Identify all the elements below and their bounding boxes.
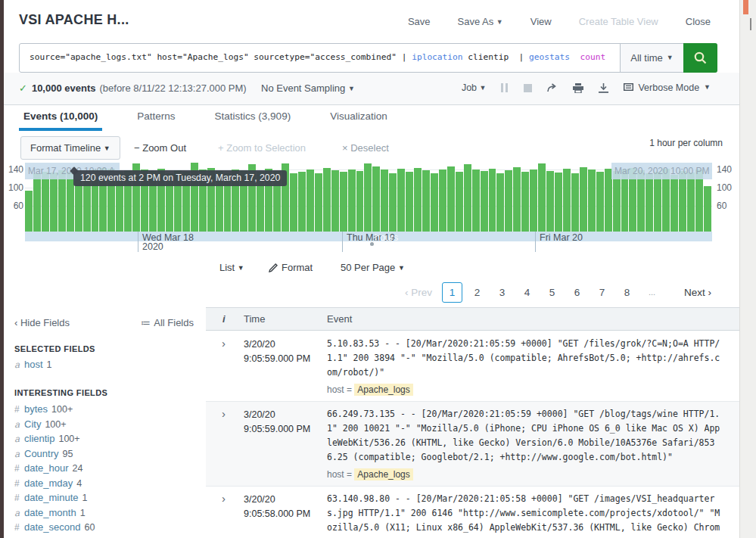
field-date_second[interactable]: #date_second60: [14, 521, 95, 536]
timeline-bar[interactable]: [496, 173, 504, 232]
page-button[interactable]: 8: [614, 287, 639, 298]
timeline-bar[interactable]: [397, 169, 405, 232]
timeline-bar[interactable]: [687, 173, 695, 232]
search-mode-dropdown[interactable]: Verbose Mode ▼: [624, 82, 711, 93]
timeline-bar[interactable]: [580, 167, 587, 232]
field-clientip[interactable]: aclientip100+: [14, 433, 80, 447]
timeline-bar[interactable]: [472, 169, 480, 232]
stop-button[interactable]: [524, 84, 532, 92]
hide-fields-button[interactable]: ‹ Hide Fields: [14, 317, 70, 328]
timeline-bar[interactable]: [456, 172, 463, 232]
scrollbar-thumb[interactable]: [750, 18, 751, 30]
page-button-current[interactable]: 1: [442, 282, 462, 303]
timeline-bar[interactable]: [372, 166, 380, 232]
format-results-button[interactable]: Format: [269, 262, 313, 273]
timeline-bar[interactable]: [654, 172, 661, 232]
expand-event-chevron[interactable]: ›: [222, 337, 226, 350]
page-button[interactable]: 4: [515, 287, 540, 298]
create-table-view-button[interactable]: Create Table View: [579, 16, 658, 27]
field-date_month[interactable]: adate_month1: [14, 507, 86, 521]
timeline-bar[interactable]: [613, 171, 621, 232]
field-host[interactable]: ahost1: [14, 359, 52, 373]
timeline-bar[interactable]: [431, 173, 438, 232]
deselect-button[interactable]: × Deselect: [342, 142, 389, 154]
timeline-bar[interactable]: [555, 173, 562, 232]
timeline-bar[interactable]: [348, 169, 356, 232]
field-name[interactable]: date_month: [24, 507, 76, 518]
page-button[interactable]: 5: [540, 287, 565, 298]
timeline-bar[interactable]: [298, 172, 306, 232]
field-name[interactable]: City: [24, 418, 41, 430]
field-Country[interactable]: aCountry95: [14, 448, 73, 462]
search-button[interactable]: [683, 43, 717, 73]
timeline-bar[interactable]: [42, 172, 49, 232]
timeline-bar[interactable]: [596, 172, 604, 232]
prev-page-button[interactable]: ‹ Prev: [397, 287, 440, 298]
timeline-bar[interactable]: [481, 171, 488, 232]
timeline-bar[interactable]: [340, 172, 347, 232]
timeline-resize-handle[interactable]: [370, 242, 374, 246]
timeline-bar[interactable]: [670, 175, 678, 232]
zoom-to-selection-button[interactable]: + Zoom to Selection: [218, 142, 306, 154]
field-name[interactable]: date_minute: [24, 492, 79, 503]
timeline-bar[interactable]: [439, 169, 446, 232]
timeline-bar[interactable]: [50, 173, 58, 232]
per-page-dropdown[interactable]: 50 Per Page ▼: [341, 262, 405, 273]
field-name[interactable]: host: [24, 359, 43, 370]
time-range-picker[interactable]: All time▼: [620, 44, 683, 72]
tab-patterns[interactable]: Patterns: [132, 106, 179, 129]
page-button[interactable]: 3: [490, 287, 515, 298]
page-button[interactable]: 7: [590, 287, 614, 298]
timeline-bar[interactable]: [414, 168, 422, 232]
view-button[interactable]: View: [530, 16, 552, 27]
tab-statistics[interactable]: Statistics (3,909): [210, 106, 296, 129]
timeline-bar[interactable]: [33, 173, 41, 232]
events-timeline-chart[interactable]: 1401401001006060Wed Mar 182020Thu Mar 19…: [4, 163, 739, 253]
close-button[interactable]: Close: [686, 16, 711, 27]
timeline-bar[interactable]: [306, 169, 314, 232]
field-name[interactable]: date_hour: [24, 462, 69, 474]
timeline-bar[interactable]: [290, 173, 297, 232]
timeline-bar[interactable]: [406, 172, 413, 232]
timeline-bar[interactable]: [513, 167, 521, 232]
print-button[interactable]: [573, 83, 583, 93]
tab-visualization[interactable]: Visualization: [325, 106, 392, 129]
field-date_mday[interactable]: #date_mday4: [14, 477, 82, 492]
field-date_minute[interactable]: #date_minute1: [14, 492, 88, 506]
page-button[interactable]: 2: [465, 287, 490, 298]
timeline-bar[interactable]: [381, 169, 388, 232]
field-name[interactable]: date_second: [24, 521, 80, 533]
share-button[interactable]: [547, 83, 558, 92]
host-field-value[interactable]: Apache_logs: [354, 468, 412, 480]
save-button[interactable]: Save: [408, 16, 431, 27]
timeline-bar[interactable]: [489, 169, 496, 232]
field-name[interactable]: date_mday: [24, 477, 73, 489]
next-page-button[interactable]: Next ›: [664, 287, 711, 298]
timeline-bar[interactable]: [315, 173, 322, 232]
page-button[interactable]: 6: [565, 287, 590, 298]
field-name[interactable]: Country: [24, 448, 59, 459]
timeline-bar[interactable]: [521, 172, 529, 232]
search-input[interactable]: source="apache_logs.txt" host="Apache_lo…: [20, 44, 620, 72]
timeline-bar[interactable]: [331, 170, 339, 232]
timeline-bar[interactable]: [546, 171, 554, 232]
timeline-bar[interactable]: [389, 173, 397, 232]
field-City[interactable]: aCity100+: [14, 418, 67, 433]
timeline-bar[interactable]: [25, 191, 33, 232]
timeline-bar[interactable]: [505, 170, 512, 232]
timeline-bar[interactable]: [447, 166, 455, 232]
format-timeline-dropdown[interactable]: Format Timeline ▼: [20, 136, 120, 160]
timeline-bar[interactable]: [58, 170, 66, 232]
expand-event-chevron[interactable]: ›: [222, 492, 226, 505]
event-sampling-dropdown[interactable]: No Event Sampling ▼: [261, 82, 355, 94]
job-dropdown[interactable]: Job ▼: [462, 82, 487, 93]
timeline-bar[interactable]: [422, 170, 430, 232]
expand-event-chevron[interactable]: ›: [222, 407, 226, 420]
timeline-bar[interactable]: [356, 171, 364, 232]
timeline-bar[interactable]: [637, 170, 645, 232]
timeline-bar[interactable]: [588, 169, 596, 232]
timeline-bar[interactable]: [364, 163, 372, 232]
timeline-bar[interactable]: [679, 171, 686, 232]
timeline-bar[interactable]: [538, 163, 546, 232]
tab-events[interactable]: Events (10,000): [19, 106, 102, 129]
